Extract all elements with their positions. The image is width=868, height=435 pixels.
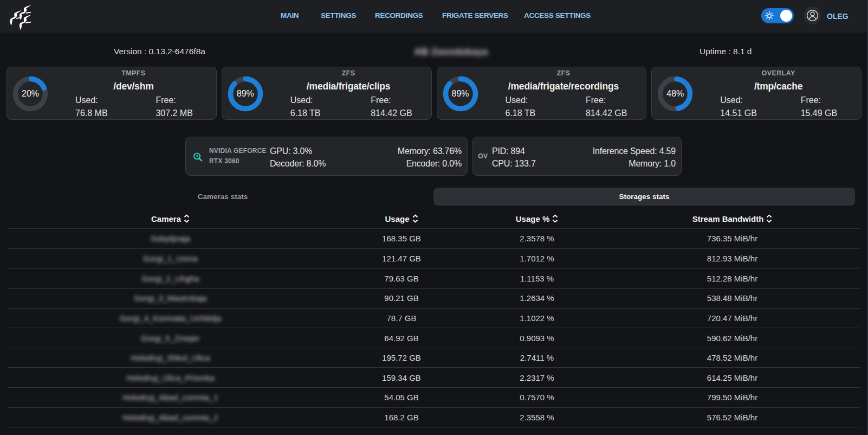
svg-text:?: ? (196, 154, 198, 159)
